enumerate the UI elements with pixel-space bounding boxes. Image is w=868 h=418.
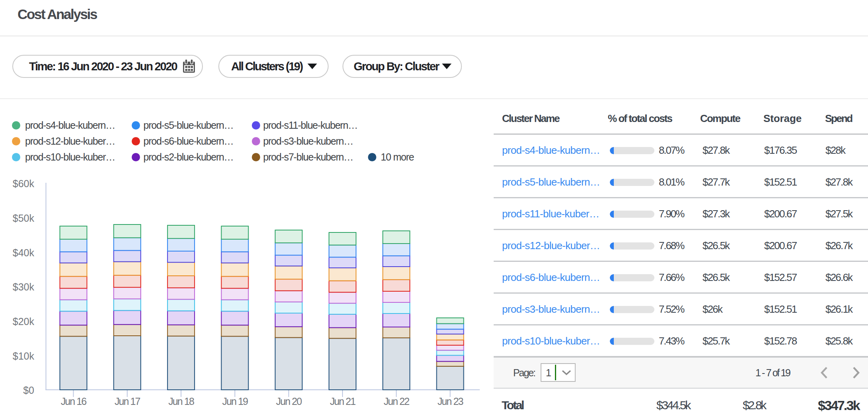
svg-text:Jun 16: Jun 16 — [61, 396, 87, 407]
svg-text:Jun 22: Jun 22 — [383, 396, 409, 407]
svg-text:$50k: $50k — [13, 213, 35, 224]
svg-text:Jun 18: Jun 18 — [168, 396, 194, 407]
svg-text:$10k: $10k — [13, 350, 35, 362]
svg-text:$0: $0 — [23, 385, 34, 396]
svg-text:Jun 19: Jun 19 — [222, 396, 248, 407]
svg-text:Jun 21: Jun 21 — [330, 396, 356, 407]
svg-text:$40k: $40k — [13, 247, 35, 258]
svg-text:Jun 23: Jun 23 — [438, 396, 463, 407]
svg-text:$60k: $60k — [13, 178, 35, 189]
svg-text:Jun 17: Jun 17 — [115, 396, 140, 407]
svg-text:Jun 20: Jun 20 — [276, 396, 302, 407]
svg-text:$30k: $30k — [13, 281, 35, 292]
svg-text:$20k: $20k — [13, 316, 35, 327]
